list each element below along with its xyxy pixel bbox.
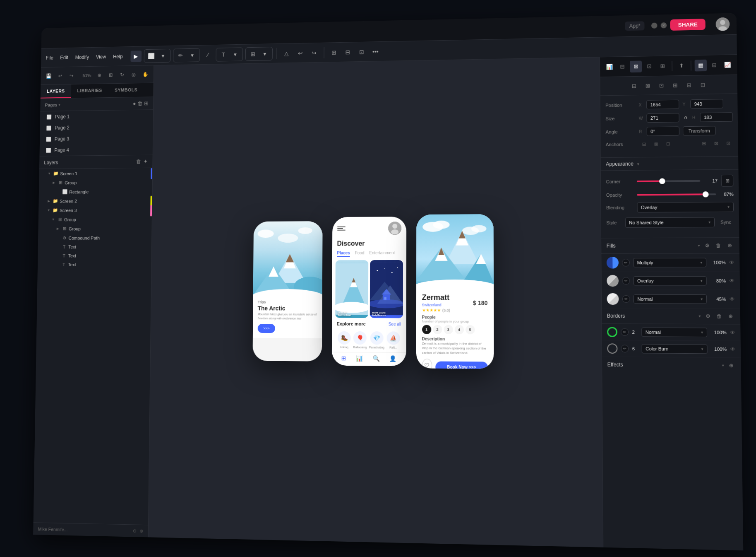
anchor-right-icon[interactable]: ⊡: [663, 140, 672, 147]
page-item-1[interactable]: ⬜ Page 1: [40, 110, 153, 123]
rect-tool-icon[interactable]: ⬜: [146, 50, 157, 61]
book-btn[interactable]: Book Now >>>: [435, 361, 488, 369]
border-eye-1[interactable]: 👁: [730, 329, 735, 335]
blending-dropdown[interactable]: Overlay ▾: [637, 202, 734, 212]
right-spacing-icon[interactable]: ⊡: [643, 60, 655, 72]
pages-trash-icon[interactable]: 🗑: [137, 100, 143, 106]
right-type-icon[interactable]: ⊟: [708, 59, 720, 71]
fill-dropdown-2[interactable]: Overlay ▾: [633, 276, 706, 285]
corner-icon-btn[interactable]: ⊞: [721, 174, 733, 186]
image-tool-icon[interactable]: ⊞: [247, 48, 258, 60]
fill-eye-2[interactable]: 👁: [729, 277, 734, 283]
border-eye-2[interactable]: 👁: [730, 346, 735, 352]
discover-tab-food[interactable]: Food: [355, 251, 364, 257]
fill-eye-1[interactable]: 👁: [729, 259, 734, 265]
layer-screen1[interactable]: ▼ 📁 Screen 1: [39, 168, 152, 178]
layers-trash-icon[interactable]: 🗑: [136, 158, 141, 164]
close-icon[interactable]: ✕: [661, 22, 667, 28]
page-item-4[interactable]: ⬜ Page 4: [39, 143, 153, 156]
redo-icon[interactable]: ↪: [308, 47, 320, 58]
pages-more-icon[interactable]: ⊞: [144, 100, 149, 106]
undo-icon[interactable]: ↩: [295, 47, 306, 58]
align-icon[interactable]: ⊟: [342, 46, 353, 58]
fills-settings-icon[interactable]: ⚙: [703, 241, 711, 250]
align-center-v-icon[interactable]: ⊟: [683, 79, 695, 91]
more-icon[interactable]: •••: [370, 46, 381, 57]
pan-icon[interactable]: ✋: [140, 69, 150, 79]
text-bottom-icon[interactable]: ⊡: [723, 139, 732, 147]
sync-button[interactable]: Sync: [718, 218, 734, 227]
borders-trash-icon[interactable]: 🗑: [715, 312, 723, 321]
image-chevron-icon[interactable]: ▾: [259, 48, 270, 59]
right-inspect-icon[interactable]: ▦: [694, 59, 706, 71]
layer-group1[interactable]: ▶ ⊞ Group: [39, 177, 152, 188]
fills-trash-icon[interactable]: 🗑: [714, 241, 722, 250]
align-left-icon[interactable]: ⊟: [628, 80, 640, 92]
num-4[interactable]: 4: [454, 325, 463, 334]
layer-text1[interactable]: ▶ T Text: [38, 242, 151, 251]
size-w-input[interactable]: 271: [646, 113, 679, 123]
link-icon[interactable]: [682, 114, 689, 120]
text-mid-icon[interactable]: ⊠: [711, 139, 720, 147]
zoom-rotate-icon[interactable]: ↻: [117, 69, 127, 80]
fill-eye-3[interactable]: 👁: [729, 296, 734, 302]
text-top-icon[interactable]: ⊟: [699, 139, 708, 147]
fills-add-icon[interactable]: ⊕: [725, 241, 734, 250]
border-mode-icon-1[interactable]: ✏: [621, 328, 629, 336]
right-bar-chart-icon[interactable]: 📊: [603, 61, 615, 73]
borders-add-icon[interactable]: ⊕: [726, 312, 734, 321]
num-1[interactable]: 1: [422, 325, 431, 334]
share-button[interactable]: SHARE: [670, 19, 705, 31]
fill-mode-icon-3[interactable]: ✏: [622, 295, 630, 302]
frame-icon[interactable]: ⊡: [355, 46, 367, 57]
menu-modify[interactable]: Modify: [75, 54, 89, 60]
layer-screen2[interactable]: ▶ 📁 Screen 2: [38, 195, 152, 205]
zoom-in-icon[interactable]: ⊕: [94, 70, 104, 80]
pen-chevron-icon[interactable]: ▾: [187, 49, 198, 61]
page-item-2[interactable]: ⬜ Page 2: [40, 121, 153, 134]
menu-edit[interactable]: Edit: [60, 54, 68, 60]
right-align-icon[interactable]: ⊟: [617, 60, 628, 72]
select-tool-icon[interactable]: ▶: [130, 50, 142, 61]
align-bottom-icon[interactable]: ⊡: [696, 79, 709, 91]
discover-tab-places[interactable]: Places: [337, 251, 350, 257]
layer-text2[interactable]: ▶ T Text: [38, 251, 151, 260]
anchor-left-icon[interactable]: ⊟: [639, 140, 648, 147]
layer-group3[interactable]: ▶ ⊞ Group: [38, 224, 151, 234]
fill-mode-icon-2[interactable]: ✏: [622, 277, 630, 284]
style-dropdown[interactable]: No Shared Style ▾: [625, 217, 714, 227]
tab-layers[interactable]: LAYERS: [40, 84, 71, 98]
layer-text3[interactable]: ▶ T Text: [37, 260, 151, 269]
redo-small-icon[interactable]: ↪: [66, 70, 76, 80]
layers-add-icon[interactable]: ✦: [143, 158, 148, 164]
layer-screen3[interactable]: ▼ 📁 Screen 3: [38, 205, 152, 215]
right-chart2-icon[interactable]: 📈: [722, 59, 734, 71]
size-h-input[interactable]: 183: [700, 112, 733, 122]
right-export-icon[interactable]: ⬆: [675, 60, 687, 72]
arctic-btn[interactable]: >>>: [257, 323, 275, 333]
opacity-slider-thumb[interactable]: [703, 191, 709, 197]
text-tool-icon[interactable]: T: [218, 48, 229, 60]
fill-swatch-3[interactable]: [607, 293, 619, 305]
page-item-3[interactable]: ⬜ Page 3: [39, 132, 152, 145]
fill-dropdown-3[interactable]: Normal ▾: [633, 294, 706, 304]
save-icon[interactable]: 💾: [43, 70, 53, 81]
border-dropdown-2[interactable]: Color Burn ▾: [641, 344, 707, 354]
text-chevron-icon[interactable]: ▾: [230, 48, 241, 60]
pages-add-icon[interactable]: ●: [132, 100, 136, 106]
tab-symbols[interactable]: SYMBOLS: [108, 83, 144, 97]
grid-icon[interactable]: ⊞: [328, 46, 340, 58]
right-grid-icon[interactable]: ⊞: [657, 60, 669, 72]
position-x-input[interactable]: 1654: [646, 99, 679, 109]
fill-mode-icon-1[interactable]: ✏: [622, 259, 630, 266]
fill-swatch-2[interactable]: [607, 275, 619, 287]
opacity-slider[interactable]: [637, 193, 716, 195]
effects-add-icon[interactable]: ⊕: [727, 361, 735, 370]
border-swatch-2[interactable]: [607, 343, 617, 354]
zoom-fit-icon[interactable]: ⊞: [106, 69, 115, 80]
undo-small-icon[interactable]: ↩: [55, 70, 65, 81]
triangle-tool-icon[interactable]: △: [281, 47, 292, 59]
anchor-center-icon[interactable]: ⊠: [651, 140, 660, 147]
right-props-icon[interactable]: ⊠: [630, 60, 641, 72]
border-dropdown-1[interactable]: Normal ▾: [641, 327, 707, 337]
